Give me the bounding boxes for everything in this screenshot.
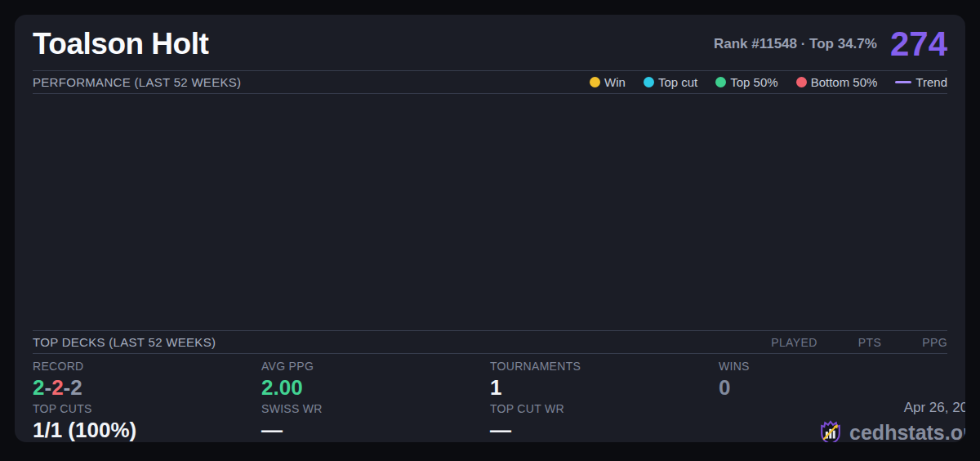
- stat-label: AVG PPG: [261, 360, 490, 373]
- stat-tournaments: TOURNAMENTS 1: [490, 354, 719, 396]
- stat-label: TOP CUT WR: [490, 402, 719, 415]
- stat-label: SWISS WR: [261, 402, 490, 415]
- report-date: Apr 26, 2026: [904, 400, 965, 416]
- top-cut-dot-icon: [644, 77, 654, 87]
- stat-top-cut-wr: TOP CUT WR —: [490, 396, 719, 442]
- top-cut-wr-value: —: [490, 419, 719, 441]
- stat-label: TOP CUTS: [33, 402, 261, 415]
- brand-name: cedhstats.org: [849, 421, 965, 443]
- footer-branding: Apr 26, 2026 cedhstats.org: [719, 396, 965, 442]
- top-decks-section-header: TOP DECKS (LAST 52 WEEKS) PLAYED PTS PPG: [33, 331, 947, 353]
- cedhstats-logo-icon: [818, 419, 843, 442]
- page-title: Toalson Holt: [33, 27, 208, 61]
- tournaments-value: 1: [490, 377, 719, 398]
- player-rating: 274: [890, 27, 947, 61]
- legend-label: Win: [604, 75, 626, 89]
- stats-grid: RECORD 2-2-2 AVG PPG 2.00 TOURNAMENTS 1 …: [33, 354, 947, 442]
- player-stats-card: Toalson Holt Rank #11548 · Top 34.7% 274…: [15, 15, 965, 442]
- stat-wins: WINS 0: [719, 354, 965, 396]
- stat-label: TOURNAMENTS: [490, 360, 719, 373]
- legend-item-win: Win: [590, 75, 626, 89]
- stat-label: RECORD: [33, 360, 261, 373]
- stat-avg-ppg: AVG PPG 2.00: [261, 354, 490, 396]
- top-decks-title: TOP DECKS (LAST 52 WEEKS): [33, 335, 216, 349]
- legend-item-top-cut: Top cut: [644, 75, 697, 89]
- legend-item-bottom50: Bottom 50%: [796, 75, 878, 89]
- stat-record: RECORD 2-2-2: [33, 354, 261, 396]
- stat-label: WINS: [719, 360, 965, 373]
- legend-label: Trend: [915, 75, 947, 89]
- stat-swiss-wr: SWISS WR —: [261, 396, 490, 442]
- record-value: 2-2-2: [33, 377, 261, 398]
- bottom50-dot-icon: [796, 77, 807, 87]
- trend-line-icon: [895, 81, 911, 83]
- legend-label: Top 50%: [730, 75, 777, 89]
- win-dot-icon: [590, 77, 600, 87]
- brand-row: cedhstats.org: [818, 419, 965, 442]
- top50-dot-icon: [715, 77, 726, 87]
- performance-title: PERFORMANCE (LAST 52 WEEKS): [33, 75, 241, 89]
- chart-legend: Win Top cut Top 50% Bottom 50% Trend: [590, 75, 947, 89]
- legend-item-trend: Trend: [895, 75, 947, 89]
- column-header-ppg: PPG: [922, 336, 947, 349]
- avg-ppg-value: 2.00: [261, 377, 490, 398]
- legend-label: Bottom 50%: [811, 75, 878, 89]
- legend-label: Top cut: [658, 75, 697, 89]
- performance-section-header: PERFORMANCE (LAST 52 WEEKS) Win Top cut …: [33, 71, 947, 93]
- performance-chart-area: [33, 94, 947, 330]
- top-cuts-value: 1/1 (100%): [33, 419, 261, 441]
- swiss-wr-value: —: [261, 419, 490, 441]
- column-header-pts: PTS: [858, 336, 881, 349]
- card-header: Toalson Holt Rank #11548 · Top 34.7% 274: [33, 15, 947, 70]
- wins-value: 0: [719, 377, 965, 398]
- legend-item-top50: Top 50%: [715, 75, 777, 89]
- rank-text: Rank #11548 · Top 34.7%: [714, 36, 877, 52]
- top-decks-columns: PLAYED PTS PPG: [771, 336, 947, 349]
- rank-summary: Rank #11548 · Top 34.7% 274: [714, 27, 947, 61]
- column-header-played: PLAYED: [771, 336, 817, 349]
- stat-top-cuts: TOP CUTS 1/1 (100%): [33, 396, 261, 442]
